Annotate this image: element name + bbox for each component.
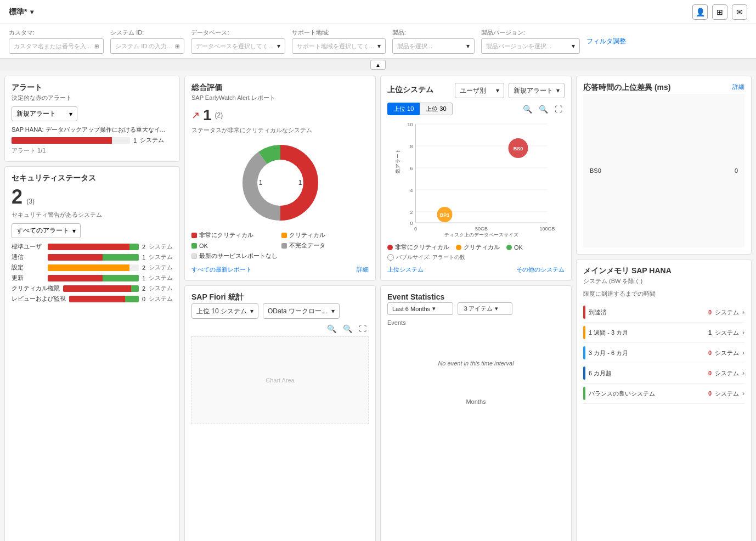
ts-dropdown2[interactable]: 新規アラート ▾ (509, 83, 565, 98)
customer-filter: カスタマ: カスタマ名または番号を入... ⊞ (9, 29, 104, 54)
legend-item-2: OK (191, 241, 279, 250)
database-select[interactable]: データベースを選択してく... ▾ (191, 38, 285, 54)
sysid-placeholder: システム ID の入力... (115, 42, 172, 50)
response-detail-link[interactable]: 詳細 (732, 83, 744, 91)
memory-count-0: 0 (708, 309, 712, 315)
svg-text:BP1: BP1 (440, 212, 450, 218)
sec-bar-2 (48, 264, 139, 271)
alert-bar-row: 1 システム (12, 136, 173, 144)
fullscreen-icon[interactable]: ⛶ (357, 323, 369, 334)
security-subtitle: セキュリティ警告があるシステム (12, 211, 173, 219)
memory-row-2: 3 カ月 - 6 カ月 0 システム › (583, 343, 744, 363)
security-sub: (3) (26, 198, 35, 205)
fiori-dropdown2[interactable]: OData ワークロー... ▾ (263, 303, 340, 319)
detail-link[interactable]: 詳細 (357, 266, 369, 274)
version-select[interactable]: 製品バージョンを選択... ▾ (481, 38, 580, 54)
top-bar-actions: 👤 ⊞ ✉ (692, 4, 747, 20)
seg-orange-2 (48, 264, 129, 271)
zoom-out-icon[interactable]: 🔍 (341, 323, 354, 334)
legend-dot-0 (191, 233, 197, 238)
all-reports-link[interactable]: すべての最新レポート (191, 266, 252, 274)
chevron-right-0[interactable]: › (742, 308, 744, 316)
legend-label-0: 非常にクリティカル (199, 231, 253, 239)
zoom-in-icon[interactable]: 🔍 (325, 323, 338, 334)
sysid-input[interactable]: システム ID の入力... ⊞ (110, 38, 184, 54)
event-dropdown1[interactable]: Last 6 Months ▾ (387, 302, 453, 315)
filter-adjust-link[interactable]: フィルタ調整 (586, 37, 626, 46)
fiori-controls: 上位 10 システム ▾ OData ワークロー... ▾ (191, 303, 369, 319)
security-dropdown[interactable]: すべてのアラート ▾ (12, 223, 81, 238)
response-item-value: 0 (735, 167, 738, 174)
scatter-legend-2: OK (506, 243, 523, 251)
chevron-down-icon[interactable]: ▾ (30, 8, 33, 16)
tab-top10[interactable]: 上位 10 (387, 103, 420, 115)
scatter-zoom-out[interactable]: 🔍 (537, 104, 550, 115)
right-column: 応答時間の上位差異 (ms) 詳細 BS0 0 メインメモリ SAP HANA … (576, 76, 752, 541)
security-card: セキュリティステータス 2 (3) セキュリティ警告があるシステム すべてのアラ… (4, 166, 180, 541)
product-select[interactable]: 製品を選択... ▾ (392, 38, 475, 54)
sec-bar-3 (48, 275, 139, 281)
ts-dropdown1[interactable]: ユーザ別 ▾ (455, 83, 504, 98)
event-stats-card: Event Statistics Last 6 Months ▾ ３アイテム ▾… (380, 285, 572, 541)
top-systems-link[interactable]: 上位システム (387, 266, 424, 274)
svg-text:6: 6 (410, 166, 413, 171)
security-row-3: 更新 1 システム (12, 274, 173, 282)
grid-icon-btn[interactable]: ⊞ (712, 4, 727, 20)
critical-label: ステータスが非常にクリティカルなシステム (191, 126, 369, 134)
customer-input[interactable]: カスタマ名または番号を入... ⊞ (9, 38, 104, 54)
memory-unit-4: システム (715, 390, 739, 398)
svg-text:BS0: BS0 (514, 146, 523, 151)
legend-label-3: 不完全データ (289, 241, 325, 250)
svg-text:4: 4 (410, 188, 413, 193)
fiori-chart-area: Chart Area (191, 336, 369, 424)
sec-count-4: 2 (142, 285, 145, 292)
svg-text:10: 10 (407, 122, 413, 127)
sec-count-2: 2 (142, 264, 145, 271)
collapse-button[interactable]: ▲ (370, 60, 386, 70)
memory-label-1: 1 週間 - 3 カ月 (589, 329, 628, 337)
security-row-1: 通信 1 システム (12, 253, 173, 261)
memory-row-left-1: 1 週間 - 3 カ月 (583, 326, 628, 339)
legend-label-1: クリティカル (289, 231, 325, 239)
dropdown-arrow2: ▾ (72, 227, 76, 235)
alert-text: SAP HANA: データバックアップ操作における重大なイ... (12, 126, 173, 134)
chevron-right-1[interactable]: › (742, 329, 744, 336)
legend-item-1: クリティカル (281, 231, 369, 239)
alert-count: アラート 1/1 (12, 146, 173, 155)
chevron-right-4[interactable]: › (742, 390, 744, 397)
sec-bar-5 (69, 296, 139, 302)
bubble-size-icon (387, 254, 394, 261)
alert-bar-count: 1 (133, 137, 137, 144)
mail-icon-btn[interactable]: ✉ (732, 4, 747, 20)
security-row-4: クリティカル権限 2 システム (12, 284, 173, 292)
memory-row-right-4: 0 システム › (708, 390, 744, 398)
overall-title: 総合評価 (191, 83, 369, 93)
seg-red-1 (48, 254, 103, 261)
scatter-fullscreen[interactable]: ⛶ (552, 104, 565, 115)
support-select[interactable]: サポート地域を選択してく... ▾ (292, 38, 386, 54)
version-filter: 製品バージョン: 製品バージョンを選択... ▾ (481, 29, 580, 54)
scatter-zoom-in[interactable]: 🔍 (521, 104, 534, 115)
person-icon-btn[interactable]: 👤 (692, 4, 708, 20)
top-systems-title: 上位システム (387, 85, 433, 95)
fiori-dropdown1[interactable]: 上位 10 システム ▾ (191, 303, 258, 319)
scatter-dot-0 (387, 245, 393, 250)
sec-label-5: レビューおよび監視 (12, 295, 66, 303)
other-systems-link[interactable]: その他のシステム (516, 266, 565, 274)
top-systems-controls: ユーザ別 ▾ 新規アラート ▾ (455, 83, 565, 98)
svg-text:数アラート: 数アラート (395, 149, 400, 173)
event-dropdown2[interactable]: ３アイテム ▾ (458, 302, 512, 315)
tab-top30[interactable]: 上位 30 (420, 103, 452, 115)
seg-green-1 (103, 254, 139, 261)
legend-label-4: 最新のサービスレポートなし (199, 252, 278, 260)
svg-text:1: 1 (258, 179, 262, 187)
critical-number: 1 (203, 106, 212, 124)
chevron-right-2[interactable]: › (742, 349, 744, 357)
scatter-icons: 🔍 🔍 ⛶ (521, 104, 565, 115)
chevron-right-3[interactable]: › (742, 369, 744, 377)
sec-count-1: 1 (142, 254, 145, 261)
memory-color-0 (583, 306, 585, 319)
alerts-dropdown[interactable]: 新規アラート ▾ (12, 106, 77, 121)
security-big-number: 2 (12, 185, 22, 208)
top-bar: 標準* ▾ 👤 ⊞ ✉ (0, 0, 756, 24)
